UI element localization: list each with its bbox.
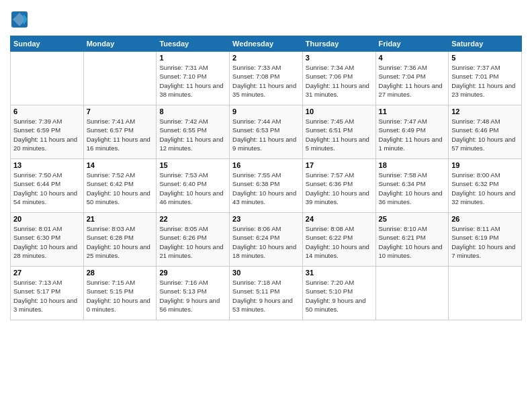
day-info: Sunrise: 7:41 AM Sunset: 6:57 PM Dayligh… xyxy=(87,117,154,152)
day-info: Sunrise: 8:03 AM Sunset: 6:28 PM Dayligh… xyxy=(87,224,154,260)
day-info: Sunrise: 8:06 AM Sunset: 6:24 PM Dayligh… xyxy=(232,224,300,260)
day-number: 17 xyxy=(306,161,373,169)
header-friday: Friday xyxy=(375,36,449,52)
calendar-day-cell: 30Sunrise: 7:18 AM Sunset: 5:11 PM Dayli… xyxy=(230,267,303,320)
day-info: Sunrise: 7:52 AM Sunset: 6:42 PM Dayligh… xyxy=(87,171,154,206)
day-number: 31 xyxy=(306,269,373,277)
calendar-day-cell xyxy=(449,267,522,320)
logo-icon xyxy=(10,10,29,29)
calendar-day-cell: 6Sunrise: 7:39 AM Sunset: 6:59 PM Daylig… xyxy=(11,105,84,159)
calendar-day-cell: 7Sunrise: 7:41 AM Sunset: 6:57 PM Daylig… xyxy=(83,105,157,159)
calendar-day-cell: 18Sunrise: 7:58 AM Sunset: 6:34 PM Dayli… xyxy=(375,159,449,213)
day-info: Sunrise: 7:50 AM Sunset: 6:44 PM Dayligh… xyxy=(13,171,81,206)
day-info: Sunrise: 7:44 AM Sunset: 6:53 PM Dayligh… xyxy=(232,117,300,152)
day-info: Sunrise: 7:15 AM Sunset: 5:15 PM Dayligh… xyxy=(87,278,154,314)
day-info: Sunrise: 8:11 AM Sunset: 6:19 PM Dayligh… xyxy=(451,224,519,260)
calendar-day-cell: 10Sunrise: 7:45 AM Sunset: 6:51 PM Dayli… xyxy=(302,105,375,159)
day-info: Sunrise: 7:18 AM Sunset: 5:11 PM Dayligh… xyxy=(232,278,300,314)
day-info: Sunrise: 7:36 AM Sunset: 7:04 PM Dayligh… xyxy=(379,63,446,99)
page-header xyxy=(10,10,522,29)
header-thursday: Thursday xyxy=(302,36,375,52)
calendar-day-cell: 3Sunrise: 7:34 AM Sunset: 7:06 PM Daylig… xyxy=(302,52,375,105)
weekday-header-row: Sunday Monday Tuesday Wednesday Thursday… xyxy=(11,36,522,52)
day-number: 8 xyxy=(159,107,226,116)
day-info: Sunrise: 7:48 AM Sunset: 6:46 PM Dayligh… xyxy=(451,117,519,152)
calendar-day-cell: 26Sunrise: 8:11 AM Sunset: 6:19 PM Dayli… xyxy=(449,213,522,267)
calendar-week-row: 1Sunrise: 7:31 AM Sunset: 7:10 PM Daylig… xyxy=(11,52,522,105)
calendar-day-cell: 24Sunrise: 8:08 AM Sunset: 6:22 PM Dayli… xyxy=(302,213,375,267)
calendar: Sunday Monday Tuesday Wednesday Thursday… xyxy=(10,36,522,320)
day-number: 28 xyxy=(87,269,154,277)
day-number: 27 xyxy=(13,269,81,277)
day-number: 22 xyxy=(159,215,226,223)
calendar-day-cell: 15Sunrise: 7:53 AM Sunset: 6:40 PM Dayli… xyxy=(157,159,230,213)
calendar-day-cell: 13Sunrise: 7:50 AM Sunset: 6:44 PM Dayli… xyxy=(11,159,84,213)
day-number: 16 xyxy=(232,161,300,169)
day-info: Sunrise: 7:13 AM Sunset: 5:17 PM Dayligh… xyxy=(13,278,81,314)
calendar-day-cell xyxy=(11,52,84,105)
day-info: Sunrise: 7:57 AM Sunset: 6:36 PM Dayligh… xyxy=(306,171,373,206)
calendar-day-cell: 17Sunrise: 7:57 AM Sunset: 6:36 PM Dayli… xyxy=(302,159,375,213)
day-info: Sunrise: 7:47 AM Sunset: 6:49 PM Dayligh… xyxy=(379,117,446,152)
day-info: Sunrise: 7:45 AM Sunset: 6:51 PM Dayligh… xyxy=(306,117,373,152)
day-number: 19 xyxy=(451,161,519,169)
day-number: 11 xyxy=(379,107,446,116)
calendar-day-cell: 22Sunrise: 8:05 AM Sunset: 6:26 PM Dayli… xyxy=(157,213,230,267)
day-number: 25 xyxy=(379,215,446,223)
calendar-day-cell: 20Sunrise: 8:01 AM Sunset: 6:30 PM Dayli… xyxy=(11,213,84,267)
day-info: Sunrise: 7:20 AM Sunset: 5:10 PM Dayligh… xyxy=(306,278,373,314)
header-tuesday: Tuesday xyxy=(157,36,230,52)
calendar-day-cell: 2Sunrise: 7:33 AM Sunset: 7:08 PM Daylig… xyxy=(230,52,303,105)
header-sunday: Sunday xyxy=(11,36,84,52)
calendar-week-row: 6Sunrise: 7:39 AM Sunset: 6:59 PM Daylig… xyxy=(11,105,522,159)
day-number: 21 xyxy=(87,215,154,223)
calendar-day-cell: 8Sunrise: 7:42 AM Sunset: 6:55 PM Daylig… xyxy=(157,105,230,159)
calendar-week-row: 20Sunrise: 8:01 AM Sunset: 6:30 PM Dayli… xyxy=(11,213,522,267)
day-number: 7 xyxy=(87,107,154,116)
day-number: 12 xyxy=(451,107,519,116)
logo xyxy=(10,10,32,29)
day-number: 10 xyxy=(306,107,373,116)
day-number: 20 xyxy=(13,215,81,223)
day-info: Sunrise: 8:05 AM Sunset: 6:26 PM Dayligh… xyxy=(159,224,226,260)
calendar-day-cell: 12Sunrise: 7:48 AM Sunset: 6:46 PM Dayli… xyxy=(449,105,522,159)
day-number: 14 xyxy=(87,161,154,169)
day-info: Sunrise: 7:33 AM Sunset: 7:08 PM Dayligh… xyxy=(232,63,300,99)
day-number: 13 xyxy=(13,161,81,169)
day-info: Sunrise: 8:08 AM Sunset: 6:22 PM Dayligh… xyxy=(306,224,373,260)
day-number: 18 xyxy=(379,161,446,169)
day-info: Sunrise: 8:00 AM Sunset: 6:32 PM Dayligh… xyxy=(451,171,519,206)
day-number: 2 xyxy=(232,54,300,62)
calendar-day-cell: 27Sunrise: 7:13 AM Sunset: 5:17 PM Dayli… xyxy=(11,267,84,320)
day-number: 26 xyxy=(451,215,519,223)
calendar-day-cell: 19Sunrise: 8:00 AM Sunset: 6:32 PM Dayli… xyxy=(449,159,522,213)
day-info: Sunrise: 7:42 AM Sunset: 6:55 PM Dayligh… xyxy=(159,117,226,152)
day-number: 30 xyxy=(232,269,300,277)
calendar-day-cell: 9Sunrise: 7:44 AM Sunset: 6:53 PM Daylig… xyxy=(230,105,303,159)
day-number: 9 xyxy=(232,107,300,116)
day-number: 23 xyxy=(232,215,300,223)
header-saturday: Saturday xyxy=(449,36,522,52)
header-wednesday: Wednesday xyxy=(230,36,303,52)
day-info: Sunrise: 7:55 AM Sunset: 6:38 PM Dayligh… xyxy=(232,171,300,206)
calendar-day-cell: 25Sunrise: 8:10 AM Sunset: 6:21 PM Dayli… xyxy=(375,213,449,267)
day-info: Sunrise: 8:01 AM Sunset: 6:30 PM Dayligh… xyxy=(13,224,81,260)
day-number: 15 xyxy=(159,161,226,169)
calendar-week-row: 27Sunrise: 7:13 AM Sunset: 5:17 PM Dayli… xyxy=(11,267,522,320)
calendar-week-row: 13Sunrise: 7:50 AM Sunset: 6:44 PM Dayli… xyxy=(11,159,522,213)
day-number: 1 xyxy=(159,54,226,62)
day-number: 29 xyxy=(159,269,226,277)
day-info: Sunrise: 7:53 AM Sunset: 6:40 PM Dayligh… xyxy=(159,171,226,206)
calendar-day-cell: 4Sunrise: 7:36 AM Sunset: 7:04 PM Daylig… xyxy=(375,52,449,105)
calendar-day-cell: 29Sunrise: 7:16 AM Sunset: 5:13 PM Dayli… xyxy=(157,267,230,320)
day-info: Sunrise: 7:58 AM Sunset: 6:34 PM Dayligh… xyxy=(379,171,446,206)
calendar-day-cell: 11Sunrise: 7:47 AM Sunset: 6:49 PM Dayli… xyxy=(375,105,449,159)
calendar-day-cell xyxy=(375,267,449,320)
calendar-day-cell: 1Sunrise: 7:31 AM Sunset: 7:10 PM Daylig… xyxy=(157,52,230,105)
day-info: Sunrise: 7:16 AM Sunset: 5:13 PM Dayligh… xyxy=(159,278,226,314)
calendar-day-cell: 14Sunrise: 7:52 AM Sunset: 6:42 PM Dayli… xyxy=(83,159,157,213)
day-number: 6 xyxy=(13,107,81,116)
calendar-day-cell xyxy=(83,52,157,105)
day-info: Sunrise: 8:10 AM Sunset: 6:21 PM Dayligh… xyxy=(379,224,446,260)
day-number: 3 xyxy=(306,54,373,62)
